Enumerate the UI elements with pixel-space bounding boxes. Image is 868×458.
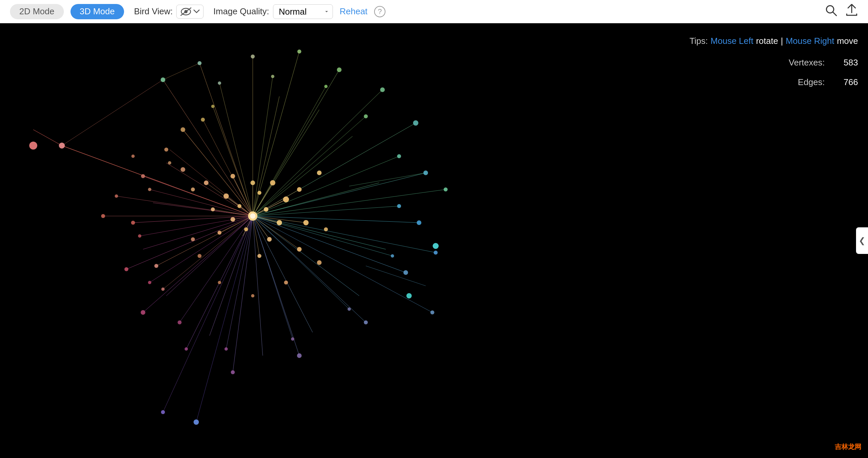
svg-point-155 <box>257 191 261 195</box>
search-button[interactable] <box>825 4 837 19</box>
svg-line-60 <box>163 216 253 412</box>
svg-point-102 <box>417 220 421 225</box>
svg-point-111 <box>291 337 294 341</box>
svg-point-114 <box>193 420 199 425</box>
svg-point-157 <box>191 188 195 191</box>
svg-line-69 <box>253 216 259 256</box>
image-quality-select[interactable]: Low Normal High <box>273 4 333 19</box>
svg-point-151 <box>250 214 255 219</box>
svg-point-118 <box>141 310 145 315</box>
svg-point-113 <box>224 347 228 351</box>
svg-line-13 <box>253 173 426 216</box>
bird-view-toggle[interactable] <box>176 5 204 19</box>
image-quality-label: Image Quality: <box>214 6 269 17</box>
svg-point-120 <box>124 267 128 271</box>
chevron-down-icon <box>193 9 200 14</box>
svg-line-41 <box>349 173 426 186</box>
side-panel-toggle[interactable]: ❮ <box>856 227 868 254</box>
bird-view-label: Bird View: <box>134 6 173 17</box>
toolbar: 2D Mode 3D Mode Bird View: Image Quality… <box>0 0 868 23</box>
svg-line-16 <box>253 216 366 322</box>
svg-point-126 <box>131 155 135 158</box>
svg-line-33 <box>253 216 263 356</box>
svg-line-4 <box>833 12 836 15</box>
svg-point-112 <box>231 370 235 374</box>
help-icon[interactable]: ? <box>374 6 385 17</box>
svg-point-159 <box>317 170 321 175</box>
svg-point-131 <box>201 118 205 122</box>
svg-line-57 <box>253 190 446 216</box>
svg-point-119 <box>148 281 151 284</box>
svg-point-160 <box>324 227 328 231</box>
bird-view-section: Bird View: <box>134 5 204 19</box>
svg-point-124 <box>115 194 118 198</box>
svg-point-163 <box>251 294 254 297</box>
svg-line-80 <box>180 216 253 322</box>
svg-line-18 <box>233 216 253 372</box>
svg-point-86 <box>29 141 37 150</box>
svg-point-130 <box>181 127 185 132</box>
svg-point-144 <box>270 180 275 186</box>
share-icon <box>845 4 858 17</box>
svg-line-17 <box>253 216 299 356</box>
svg-point-98 <box>397 154 401 158</box>
svg-line-2 <box>181 8 191 15</box>
svg-point-90 <box>218 81 221 85</box>
2d-mode-button[interactable]: 2D Mode <box>10 4 64 19</box>
svg-line-34 <box>210 216 253 336</box>
svg-point-100 <box>423 170 428 175</box>
svg-point-156 <box>181 167 185 172</box>
tips-mouse-right: Mouse Right <box>785 33 834 49</box>
svg-point-140 <box>230 217 235 222</box>
svg-point-88 <box>161 77 165 82</box>
vertexes-row: Vertexes: 583 <box>689 55 858 70</box>
share-button[interactable] <box>845 4 858 19</box>
toolbar-right <box>825 4 858 19</box>
svg-point-164 <box>218 281 221 284</box>
svg-line-77 <box>253 216 349 309</box>
svg-line-63 <box>213 209 253 216</box>
svg-line-83 <box>150 190 253 216</box>
svg-point-135 <box>204 181 209 185</box>
svg-point-142 <box>257 254 261 258</box>
svg-point-107 <box>444 188 447 191</box>
svg-point-125 <box>141 174 145 178</box>
svg-point-95 <box>337 67 342 72</box>
canvas-area[interactable]: Tips: Mouse Left rotate | Mouse Right mo… <box>0 23 868 458</box>
svg-point-147 <box>297 187 302 192</box>
watermark: 吉林龙网 <box>835 443 861 451</box>
svg-point-116 <box>185 347 188 351</box>
svg-line-31 <box>253 216 359 296</box>
svg-point-129 <box>168 161 171 165</box>
svg-point-134 <box>161 288 165 291</box>
svg-point-158 <box>191 237 195 241</box>
tips-mouse-left: Mouse Left <box>711 33 753 49</box>
svg-point-109 <box>347 307 351 311</box>
svg-point-137 <box>217 231 221 235</box>
svg-line-74 <box>253 156 399 216</box>
svg-point-104 <box>391 254 394 258</box>
svg-point-167 <box>406 293 412 298</box>
svg-point-127 <box>148 188 151 191</box>
tips-move-action: move <box>837 33 858 49</box>
svg-point-93 <box>297 50 301 54</box>
svg-point-99 <box>413 120 418 126</box>
svg-line-44 <box>33 130 62 145</box>
svg-point-105 <box>403 270 408 275</box>
svg-point-91 <box>251 55 255 59</box>
edges-row: Edges: 766 <box>689 74 858 90</box>
eye-icon <box>180 7 192 16</box>
svg-point-96 <box>364 115 368 118</box>
svg-line-78 <box>253 216 293 339</box>
svg-line-58 <box>116 196 253 216</box>
3d-mode-button[interactable]: 3D Mode <box>70 4 124 19</box>
tips-rotate-action: rotate <box>756 33 778 49</box>
svg-point-110 <box>297 353 302 358</box>
svg-point-132 <box>211 105 215 108</box>
svg-line-35 <box>166 216 253 296</box>
svg-point-166 <box>433 243 439 249</box>
svg-point-154 <box>264 207 268 212</box>
reheat-button[interactable]: Reheat <box>340 6 368 17</box>
svg-point-122 <box>131 221 135 225</box>
svg-line-39 <box>62 80 163 145</box>
